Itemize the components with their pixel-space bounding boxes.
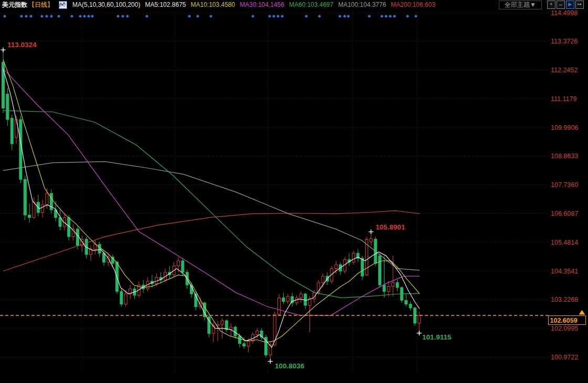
theme-dropdown[interactable]: 全部主题▼ (499, 1, 542, 9)
event-dot-icon (70, 15, 73, 18)
ma5-value: MA5:102.8675 (145, 0, 186, 9)
candle-up (15, 119, 18, 137)
pan-right-icon[interactable]: ↦ (575, 1, 584, 9)
event-dot-icon (121, 15, 124, 18)
candle-down (181, 261, 184, 272)
ma-params-label: MA(5,10,30,60,100,200) (72, 0, 140, 9)
price-annotation: 100.8036 (275, 362, 305, 370)
candle-down (19, 119, 22, 179)
event-dot-icon (40, 15, 44, 18)
event-dot-icon (414, 15, 418, 18)
ma30-value: MA30:104.1456 (240, 0, 284, 9)
price-annotations: 113.0324105.8901101.9115100.8036 (7, 41, 452, 370)
candle-up (286, 297, 289, 302)
ma-line-ma30 (3, 69, 420, 315)
auto-follow-icon[interactable]: ▶ (566, 1, 574, 9)
candle-up (308, 299, 311, 305)
axis-tick-label: 103.2268 (551, 296, 578, 303)
event-dot-icon (389, 15, 392, 18)
event-dot-icon (338, 15, 341, 18)
candle-up (335, 265, 337, 268)
candle-down (405, 300, 408, 304)
chart-toolbar: +↔▶↦ (547, 1, 585, 9)
event-dot-icon (251, 15, 254, 18)
candle-up (94, 244, 97, 249)
chart-header: 美元指数 【日线】 MA(5,10,30,60,100,200) MA5:102… (0, 0, 588, 9)
ma10-value: MA10:103.4580 (190, 0, 235, 9)
candle-up (322, 276, 324, 282)
current-price-line: 102.6059 (0, 310, 586, 325)
axis-tick-label: 100.9722 (551, 354, 578, 361)
candle-up (387, 286, 390, 291)
event-marker-dots[interactable] (3, 15, 418, 18)
event-dot-icon (393, 15, 396, 18)
candle-up (247, 341, 250, 346)
candle-down (234, 327, 237, 336)
candle-down (379, 256, 381, 285)
axis-tick-label: 112.2452 (551, 67, 578, 74)
candle-up (124, 294, 127, 304)
event-dot-icon (276, 15, 280, 18)
candle-down (282, 298, 285, 301)
candle-up (300, 294, 302, 298)
price-axis-labels: 114.4998113.3726112.2452111.1179109.9906… (551, 9, 578, 361)
candle-down (238, 336, 241, 344)
ma200-value: MA200:106.603 (391, 0, 435, 9)
event-dot-icon (116, 15, 120, 18)
candle-down (6, 94, 9, 120)
ma-line-ma5 (3, 69, 420, 347)
event-dot-icon (343, 15, 346, 18)
candlestick-chart[interactable]: 102.6059114.4998113.3726112.2452111.1179… (0, 0, 588, 383)
candle-up (41, 205, 44, 213)
crosshair-icon[interactable]: + (547, 1, 555, 9)
axis-tick-label: 114.4998 (551, 9, 578, 17)
candle-up (392, 282, 394, 286)
event-dot-icon (126, 15, 129, 18)
axis-scale-icon[interactable]: ↔ (557, 1, 565, 9)
event-dot-icon (25, 15, 28, 18)
candle-down (10, 118, 13, 144)
event-dot-icon (83, 15, 86, 18)
line-chart-icon[interactable] (59, 1, 67, 9)
event-dot-icon (380, 15, 383, 18)
candle-down (225, 321, 228, 330)
candle-down (24, 179, 26, 215)
event-dot-icon (188, 15, 191, 18)
event-dot-icon (209, 15, 212, 18)
axis-tick-label: 107.7360 (551, 181, 578, 189)
candle-down (120, 291, 123, 304)
candle-down (98, 244, 101, 253)
current-price-value: 102.6059 (550, 317, 578, 324)
event-dot-icon (50, 15, 53, 18)
candle-down (409, 304, 412, 308)
event-dot-icon (305, 15, 308, 18)
axis-tick-label: 106.6087 (551, 210, 578, 217)
candle-up (177, 261, 180, 266)
event-dot-icon (268, 15, 271, 18)
price-annotation: 113.0324 (7, 41, 37, 49)
dollar-index-chart-app: 102.6059114.4998113.3726112.2452111.1179… (0, 0, 588, 383)
event-dot-icon (196, 15, 199, 18)
period-label: 【日线】 (28, 0, 54, 9)
candle-up (33, 202, 35, 217)
axis-tick-label: 111.1179 (551, 95, 576, 103)
candle-up (418, 315, 421, 323)
event-dot-icon (91, 15, 94, 18)
candle-up (278, 298, 281, 314)
axis-tick-label: 113.3726 (551, 38, 578, 45)
ma-line-ma60 (3, 111, 420, 298)
candle-down (243, 344, 245, 346)
candle-down (103, 253, 105, 262)
event-dot-icon (347, 15, 350, 18)
candle-up (256, 331, 259, 334)
event-dot-icon (406, 15, 409, 18)
cross-markers (1, 48, 422, 364)
event-dot-icon (87, 15, 90, 18)
candle-down (361, 258, 364, 276)
event-dot-icon (272, 15, 275, 18)
axis-tick-label: 102.0995 (551, 325, 578, 332)
event-dot-icon (145, 15, 148, 18)
candle-down (76, 229, 79, 246)
candles-layer (2, 50, 421, 361)
event-dot-icon (20, 15, 23, 18)
